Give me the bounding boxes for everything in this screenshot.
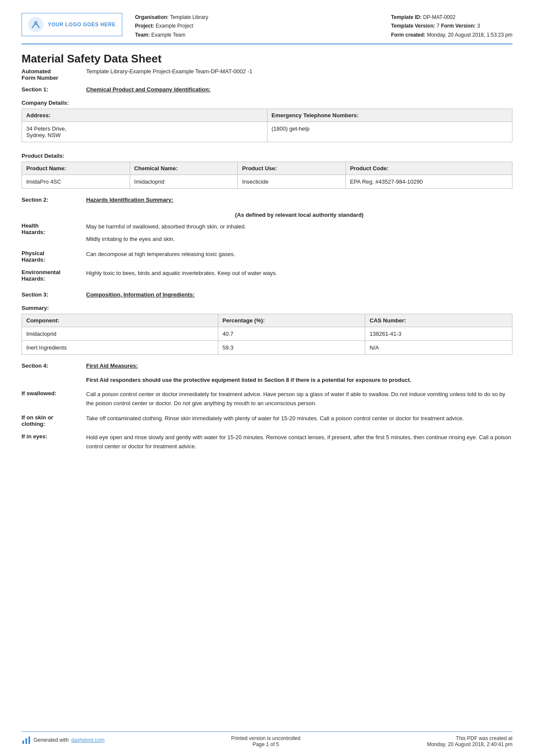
eyes-content: Hold eye open and rinse slowly and gentl…: [86, 433, 512, 451]
footer-right: This PDF was created at Monday, 20 Augus…: [427, 735, 512, 747]
logo-text: YOUR LOGO GOES HERE: [48, 22, 116, 28]
logo-icon: [28, 17, 43, 32]
svg-rect-2: [22, 740, 24, 744]
footer: Generated with dashpivot.com Printed ver…: [22, 731, 512, 747]
percentage-header: Percentage (%):: [218, 314, 365, 327]
project-label: Project:: [135, 23, 155, 29]
section1-row: Section 1: Chemical Product and Company …: [22, 86, 512, 93]
section3-row: Section 3: Composition, Information of I…: [22, 291, 512, 298]
emergency-value: (1800) get-help: [267, 122, 512, 142]
section3-title: Composition, Information of Ingredients:: [86, 291, 195, 298]
swallowed-label: If swallowed:: [22, 390, 86, 408]
ingredient2-cas: N/A: [365, 341, 512, 354]
dashpivot-link[interactable]: dashpivot.com: [71, 737, 104, 743]
emergency-col-header: Emergency Telephone Numbers:: [267, 109, 512, 122]
ingredient2-pct: 59.3: [218, 341, 365, 354]
section3-label: Section 3:: [22, 291, 86, 298]
swallowed-row: If swallowed: Call a poison control cent…: [22, 390, 512, 408]
ingredient2-name: Inert Ingredients: [22, 341, 218, 354]
org-label: Organisation:: [135, 14, 169, 20]
ingredient1-pct: 40.7: [218, 327, 365, 341]
eyes-value: Hold eye open and rinse slowly and gentl…: [86, 433, 512, 451]
product-code-value: EPA Reg. #43527-984-10290: [345, 175, 512, 189]
svg-rect-4: [28, 737, 30, 744]
footer-left: Generated with dashpivot.com: [22, 735, 105, 745]
page: YOUR LOGO GOES HERE Organisation: Templa…: [0, 0, 534, 756]
health-hazards-value2: Mildly irritating to the eyes and skin.: [86, 235, 512, 244]
project-value: Example Project: [156, 23, 193, 29]
product-table: Product Name: Chemical Name: Product Use…: [22, 162, 512, 189]
chemical-name-value: Imidacloprid: [130, 175, 238, 189]
ingredient-row-2: Inert Ingredients 59.3 N/A: [22, 341, 512, 354]
physical-hazards-label: Physical Hazards:: [22, 250, 86, 263]
team-value: Example Team: [151, 32, 185, 38]
ingredient1-cas: 138261-41-3: [365, 327, 512, 341]
template-id-label: Template ID:: [391, 14, 422, 20]
form-version-label: Form Version:: [441, 23, 476, 29]
product-use-header: Product Use:: [238, 162, 346, 175]
template-version-value: 7: [437, 23, 440, 29]
org-value: Template Library: [170, 14, 208, 20]
form-created-value: Monday, 20 August 2018, 1:53:23 pm: [427, 32, 512, 38]
eyes-row: If in eyes: Hold eye open and rinse slow…: [22, 433, 512, 451]
skin-content: Take off contaminated clothing. Rinse sk…: [86, 414, 512, 427]
company-table-row: 34 Peters Drive, Sydney, NSW (1800) get-…: [22, 122, 512, 142]
generated-text: Generated with: [34, 737, 68, 743]
health-hazards-row: Health Hazards: May be harmful of swallo…: [22, 222, 512, 244]
product-code-header: Product Code:: [345, 162, 512, 175]
chemical-name-header: Chemical Name:: [130, 162, 238, 175]
address-value: 34 Peters Drive, Sydney, NSW: [22, 122, 267, 142]
physical-hazards-value: Can decompose at high temperatures relea…: [86, 250, 512, 259]
first-aid-note: First Aid responders should use the prot…: [86, 376, 512, 384]
health-hazards-content: May be harmful of swallowed, absorbed th…: [86, 222, 512, 244]
summary-table: Component: Percentage (%): CAS Number: I…: [22, 314, 512, 355]
svg-rect-3: [25, 738, 27, 744]
skin-row: If on skin or clothing: Take off contami…: [22, 414, 512, 427]
physical-hazards-content: Can decompose at high temperatures relea…: [86, 250, 512, 263]
ingredient-row-1: Imidacloprid 40.7 138261-41-3: [22, 327, 512, 341]
header-center: Organisation: Template Library Project: …: [135, 13, 391, 39]
summary-heading: Summary:: [22, 305, 512, 311]
authority-text: (As defined by relevant local authority …: [86, 212, 512, 218]
environmental-hazards-value: Highly toxic to bees, birds and aquatic …: [86, 269, 512, 278]
environmental-hazards-content: Highly toxic to bees, birds and aquatic …: [86, 269, 512, 282]
product-details-heading: Product Details:: [22, 153, 512, 159]
skin-value: Take off contaminated clothing. Rinse sk…: [86, 414, 512, 423]
swallowed-content: Call a poison control center or doctor i…: [86, 390, 512, 408]
product-table-row: ImidaPro 4SC Imidacloprid Insecticide EP…: [22, 175, 512, 189]
company-table: Address: Emergency Telephone Numbers: 34…: [22, 109, 512, 142]
section2-row: Section 2: Hazards Identification Summar…: [22, 197, 512, 203]
section1-label: Section 1:: [22, 86, 86, 93]
form-number-label: Automated Form Number: [22, 68, 86, 81]
section2-title: Hazards Identification Summary:: [86, 197, 173, 203]
product-name-header: Product Name:: [22, 162, 130, 175]
company-details-heading: Company Details:: [22, 100, 512, 106]
pdf-created: This PDF was created at Monday, 20 Augus…: [427, 735, 512, 747]
cas-header: CAS Number:: [365, 314, 512, 327]
svg-point-1: [34, 21, 37, 25]
header-right: Template ID: DP-MAT-0002 Template Versio…: [391, 13, 512, 39]
uncontrolled-text: Printed version is uncontrolled: [231, 735, 301, 741]
section4-title: First Aid Measures:: [86, 362, 138, 369]
section1-title: Chemical Product and Company Identificat…: [86, 86, 211, 93]
physical-hazards-row: Physical Hazards: Can decompose at high …: [22, 250, 512, 263]
health-hazards-label: Health Hazards:: [22, 222, 86, 244]
doc-title: Material Safety Data Sheet: [22, 52, 512, 66]
component-header: Component:: [22, 314, 218, 327]
ingredient1-name: Imidacloprid: [22, 327, 218, 341]
skin-label: If on skin or clothing:: [22, 414, 86, 427]
product-use-value: Insecticide: [238, 175, 346, 189]
product-name-value: ImidaPro 4SC: [22, 175, 130, 189]
section2-label: Section 2:: [22, 197, 86, 203]
footer-logo-icon: [22, 735, 31, 745]
health-hazards-value1: May be harmful of swallowed, absorbed th…: [86, 222, 512, 231]
header: YOUR LOGO GOES HERE Organisation: Templa…: [22, 13, 512, 44]
environmental-hazards-label: Environmental Hazards:: [22, 269, 86, 282]
form-created-label: Form created:: [391, 32, 425, 38]
template-id-value: DP-MAT-0002: [423, 14, 456, 20]
logo-box: YOUR LOGO GOES HERE: [22, 13, 122, 36]
page-number: Page 1 of 5: [231, 741, 301, 747]
swallowed-value: Call a poison control center or doctor i…: [86, 390, 512, 408]
team-label: Team:: [135, 32, 150, 38]
footer-center: Printed version is uncontrolled Page 1 o…: [231, 735, 301, 747]
